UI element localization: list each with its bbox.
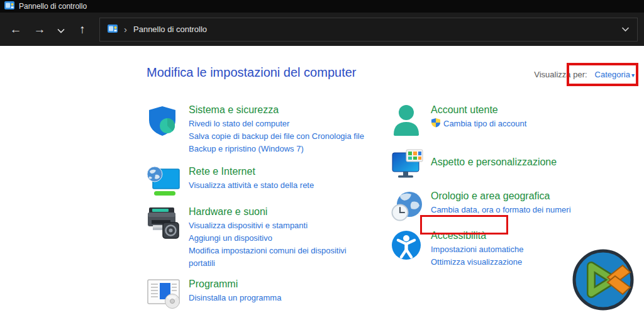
watermark-logo — [571, 248, 635, 312]
category-orologio-area-geografica[interactable]: Orologio e area geografica — [431, 189, 550, 204]
forward-button[interactable]: → — [28, 18, 52, 41]
hardware-sound-icon — [147, 204, 189, 270]
link-cambia-data-ora[interactable]: Cambia data, ora o formato dei numeri — [431, 204, 571, 216]
breadcrumb-chevron-icon: › — [124, 24, 127, 35]
view-by-label: Visualizza per: — [534, 70, 587, 79]
breadcrumb-location[interactable]: Pannello di controllo — [133, 25, 207, 34]
category-rete-e-internet[interactable]: Rete e Internet — [189, 164, 255, 179]
section-programmi: Programmi Disinstalla un programma — [147, 277, 367, 311]
section-sistema-e-sicurezza: Sistema e sicurezza Rivedi lo stato del … — [147, 102, 367, 155]
up-icon: ↑ — [79, 23, 86, 36]
view-by-dropdown[interactable]: Categoria▾ — [592, 70, 637, 79]
control-panel-icon — [108, 24, 118, 35]
recent-pages-button[interactable] — [52, 18, 70, 41]
link-stato-rete[interactable]: Visualizza attività e stato della rete — [189, 179, 314, 192]
category-accessibilita[interactable]: Accessibilità — [431, 228, 486, 243]
programs-icon — [147, 277, 189, 311]
security-shield-icon — [147, 102, 189, 155]
link-backup-ripristino[interactable]: Backup e ripristino (Windows 7) — [189, 143, 304, 155]
link-dispositivi-portatili[interactable]: Modifica impostazioni comuni dei disposi… — [189, 245, 367, 270]
link-disinstalla-programma[interactable]: Disinstalla un programma — [189, 292, 281, 304]
accessibility-icon — [391, 228, 431, 268]
link-cronologia-file[interactable]: Salva copie di backup dei file con Crono… — [189, 130, 364, 143]
uac-shield-icon — [431, 118, 441, 130]
link-aggiungi-dispositivo[interactable]: Aggiungi un dispositivo — [189, 232, 272, 245]
clock-globe-icon — [391, 189, 431, 224]
window-title: Pannello di controllo — [19, 2, 87, 11]
back-icon: ← — [10, 23, 22, 36]
caret-down-icon: ▾ — [631, 72, 635, 79]
address-dropdown-button[interactable] — [621, 26, 630, 32]
section-aspetto-personalizzazione: Aspetto e personalizzazione — [391, 147, 608, 182]
section-hardware-e-suoni: Hardware e suoni Visualizza dispositivi … — [147, 204, 367, 270]
navigation-bar: ← → ↑ › Pannello di controllo — [0, 13, 644, 46]
control-panel-icon — [4, 1, 14, 12]
user-account-icon — [391, 102, 431, 138]
link-dispositivi-stampanti[interactable]: Visualizza dispositivi e stampanti — [189, 219, 308, 232]
address-bar[interactable]: › Pannello di controllo — [99, 18, 638, 41]
page-title: Modifica le impostazioni del computer — [147, 65, 357, 80]
view-by-control: Visualizza per: Categoria▾ — [534, 70, 637, 79]
control-panel-home: Modifica le impostazioni del computer Vi… — [0, 46, 644, 315]
up-button[interactable]: ↑ — [70, 18, 94, 41]
appearance-monitor-icon — [391, 147, 431, 182]
link-cambia-tipo-account[interactable]: Cambia tipo di account — [443, 118, 526, 130]
category-sistema-e-sicurezza[interactable]: Sistema e sicurezza — [189, 102, 279, 118]
forward-icon: → — [34, 23, 46, 36]
chevron-down-icon — [621, 26, 630, 32]
section-rete-e-internet: Rete e Internet Visualizza attività e st… — [147, 164, 367, 199]
link-ottimizza-visualizzazione[interactable]: Ottimizza visualizzazione — [431, 256, 522, 268]
category-hardware-e-suoni[interactable]: Hardware e suoni — [189, 204, 267, 219]
title-bar: Pannello di controllo — [0, 0, 644, 13]
category-account-utente[interactable]: Account utente — [431, 102, 498, 118]
category-aspetto-personalizzazione[interactable]: Aspetto e personalizzazione — [431, 147, 557, 170]
chevron-down-icon — [57, 23, 65, 36]
link-rivedi-stato-computer[interactable]: Rivedi lo stato del computer — [189, 118, 289, 130]
section-orologio-area-geografica: Orologio e area geografica Cambia data, … — [391, 189, 608, 224]
network-internet-icon — [147, 164, 189, 199]
back-button[interactable]: ← — [4, 18, 28, 41]
right-category-column: Account utente Cambia tipo di account — [391, 102, 608, 268]
section-account-utente: Account utente Cambia tipo di account — [391, 102, 608, 138]
category-programmi[interactable]: Programmi — [189, 277, 238, 292]
left-category-column: Sistema e sicurezza Rivedi lo stato del … — [147, 102, 367, 311]
control-panel-window: Pannello di controllo ← → ↑ › Pannello d… — [0, 0, 644, 315]
link-impostazioni-automatiche[interactable]: Impostazioni automatiche — [431, 243, 523, 256]
